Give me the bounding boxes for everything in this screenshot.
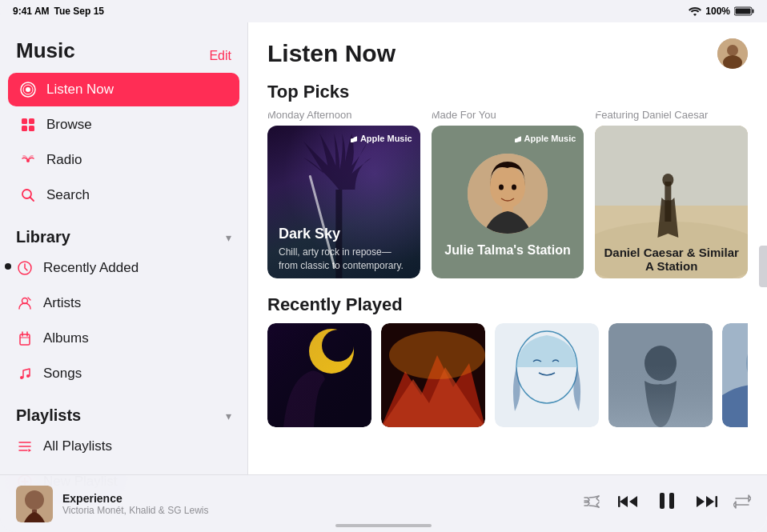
battery: 100%: [705, 6, 730, 17]
top-picks-title: Top Picks: [267, 82, 748, 102]
rewind-button[interactable]: [616, 493, 639, 514]
svg-point-57: [25, 490, 44, 510]
nav-all-playlists[interactable]: All Playlists: [0, 430, 247, 463]
app-container: Music Edit Listen Now: [0, 22, 767, 532]
rp-card-1[interactable]: [381, 323, 485, 427]
repeat-button[interactable]: [733, 493, 751, 514]
dark-sky-bg: Apple Music Dark Sky Chill, arty rock in…: [267, 126, 420, 278]
daniel-card: Daniel Caesar & Similar A Station: [595, 126, 748, 278]
svg-point-20: [20, 376, 23, 379]
pick-card-dark-sky[interactable]: Monday Afternoon: [267, 109, 420, 278]
nav-listen-now[interactable]: Listen Now: [8, 73, 239, 106]
nav-search[interactable]: Search: [8, 178, 239, 212]
svg-point-30: [727, 45, 738, 56]
profile-avatar[interactable]: [717, 38, 748, 69]
julie-portrait: [468, 154, 548, 234]
artists-icon: [16, 294, 34, 312]
rp-img-1: [381, 323, 485, 427]
rp-img-0: [267, 323, 371, 427]
top-picks-grid: Monday Afternoon: [267, 109, 748, 278]
nav-recently-added[interactable]: Recently Added: [0, 251, 247, 285]
recently-played-grid: [267, 323, 748, 427]
nav-albums[interactable]: Albums: [0, 322, 247, 355]
pick-subtitle-2: Featuring Daniel Caesar: [595, 109, 748, 121]
camera-dot: [5, 263, 11, 270]
status-bar: 9:41 AM Tue Sep 15 100%: [0, 0, 767, 22]
julie-name: Julie Talma's Station: [444, 243, 570, 258]
playback-controls: [583, 489, 751, 518]
forward-button[interactable]: [695, 493, 717, 514]
sidebar-nav: Listen Now Browse: [0, 73, 247, 212]
dark-sky-card: Apple Music Dark Sky Chill, arty rock in…: [267, 126, 420, 278]
rp-img-2: [495, 323, 599, 427]
page-title: Listen Now: [267, 40, 396, 67]
playlists-chevron: ▾: [226, 410, 231, 422]
svg-rect-66: [716, 496, 718, 507]
svg-rect-1: [753, 10, 754, 14]
playback-info: Experience Victoria Monét, Khalid & SG L…: [62, 492, 583, 516]
dark-sky-text: Dark Sky Chill, arty rock in repose—from…: [279, 226, 409, 273]
rp-card-2[interactable]: [495, 323, 599, 427]
recently-played-title: Recently Played: [267, 294, 748, 315]
rp-card-3[interactable]: [608, 323, 713, 427]
svg-rect-7: [29, 118, 34, 124]
svg-point-34: [490, 166, 525, 208]
search-label: Search: [46, 187, 90, 203]
library-section-header[interactable]: Library ▾: [0, 214, 247, 251]
playlists-section-header[interactable]: Playlists ▾: [0, 392, 247, 430]
sidebar: Music Edit Listen Now: [0, 22, 248, 532]
svg-rect-61: [618, 496, 620, 507]
svg-point-36: [499, 185, 504, 190]
playback-song: Experience: [62, 492, 583, 505]
svg-point-42: [663, 174, 674, 186]
svg-rect-46: [267, 323, 371, 427]
svg-line-12: [30, 198, 34, 202]
nav-artists[interactable]: Artists: [0, 286, 247, 320]
browse-icon: [19, 116, 37, 134]
svg-rect-8: [22, 126, 27, 131]
svg-point-4: [26, 87, 30, 92]
pick-subtitle-0: Monday Afternoon: [267, 109, 420, 121]
svg-line-15: [28, 298, 30, 300]
svg-rect-6: [22, 118, 27, 124]
pick-card-julie[interactable]: Made For You Apple Music: [432, 109, 584, 278]
songs-label: Songs: [43, 366, 82, 382]
svg-rect-62: [660, 493, 665, 509]
albums-icon: [16, 330, 34, 347]
svg-marker-65: [697, 496, 705, 507]
radio-icon: [19, 151, 37, 169]
svg-marker-59: [620, 496, 628, 507]
apple-music-badge-0: Apple Music: [350, 134, 412, 143]
play-pause-button[interactable]: [655, 489, 679, 518]
rp-img-4: [722, 323, 748, 427]
nav-browse[interactable]: Browse: [8, 108, 239, 142]
svg-rect-16: [20, 334, 30, 345]
shuffle-button[interactable]: [583, 493, 600, 514]
svg-marker-60: [629, 496, 637, 507]
time: 9:41 AM: [13, 6, 50, 17]
recently-added-icon: [16, 259, 34, 277]
pick-card-daniel[interactable]: Featuring Daniel Caesar: [595, 109, 748, 278]
library-chevron: ▾: [226, 231, 231, 244]
all-playlists-label: All Playlists: [43, 438, 112, 454]
julie-bg: Apple Music: [432, 126, 584, 278]
nav-songs[interactable]: Songs: [0, 357, 247, 390]
svg-rect-9: [29, 126, 34, 131]
sidebar-header: Music Edit: [0, 22, 247, 73]
rp-card-0[interactable]: [267, 323, 371, 427]
top-picks-section: Top Picks Monday Afternoon: [248, 82, 767, 294]
main-header: Listen Now: [248, 22, 767, 82]
artists-label: Artists: [43, 295, 81, 311]
radio-label: Radio: [46, 152, 82, 168]
edit-button[interactable]: Edit: [209, 49, 231, 63]
svg-rect-2: [736, 9, 751, 14]
rp-card-4[interactable]: [722, 323, 748, 427]
svg-rect-53: [608, 323, 713, 427]
svg-marker-64: [706, 496, 714, 507]
side-button[interactable]: [759, 246, 767, 287]
svg-point-48: [389, 331, 485, 379]
apple-music-badge-1: Apple Music: [514, 134, 576, 143]
nav-radio[interactable]: Radio: [8, 143, 239, 177]
browse-label: Browse: [46, 117, 92, 133]
rp-img-3: [608, 323, 713, 427]
